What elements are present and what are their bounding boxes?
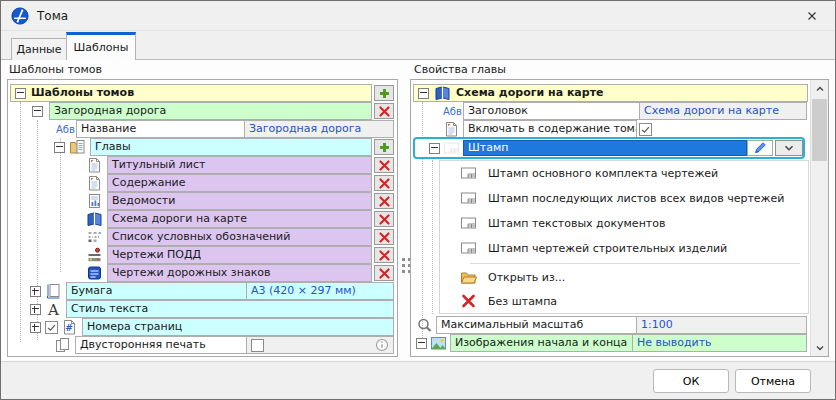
add-chapter-button[interactable] <box>374 139 394 155</box>
tree-row-name[interactable]: Абв Название Загородная дорога <box>8 120 397 138</box>
images-label-cell[interactable]: Изображения начала и конца <box>450 334 633 352</box>
delete-chapter-button[interactable] <box>374 193 394 209</box>
delete-chapter-button[interactable] <box>374 265 394 281</box>
delete-chapter-button[interactable] <box>374 211 394 227</box>
tree-row-chapter-root[interactable]: Схема дороги на карте <box>411 84 828 102</box>
tree-row-text-style[interactable]: Стиль текста <box>8 300 397 318</box>
chapter-cell[interactable]: Ведомости <box>107 192 372 210</box>
stamp-none-item[interactable]: Без штампа <box>440 289 808 313</box>
check-icon <box>46 322 57 333</box>
chapter-cell[interactable]: Содержание <box>107 174 372 192</box>
chapter-label: Чертежи дорожных знаков <box>112 265 271 281</box>
duplex-checkbox[interactable] <box>251 339 264 352</box>
plus-icon <box>378 87 391 100</box>
scrollbar-thumb[interactable] <box>812 99 827 161</box>
root-node-cell[interactable]: Шаблоны томов <box>10 84 372 102</box>
collapse-icon[interactable] <box>429 143 440 154</box>
delete-chapter-button[interactable] <box>374 175 394 191</box>
stamp-option[interactable]: Штамп чертежей строительных изделий <box>440 236 808 260</box>
tree-row-chapter[interactable]: Схема дороги на карте <box>8 210 397 228</box>
abc-text-icon: Абв <box>56 124 76 135</box>
include-label-cell: Включать в содержание тома <box>463 120 637 138</box>
collapse-icon[interactable] <box>15 88 26 99</box>
duplex-label-cell: Двусторонняя печать <box>75 336 247 354</box>
stamp-option[interactable]: Штамп основного комплекта чертежей <box>440 161 808 185</box>
title-value-cell[interactable]: Схема дороги на карте <box>639 102 807 120</box>
tree-row-chapter[interactable]: Чертежи дорожных знаков <box>8 264 397 282</box>
tree-row-max-scale[interactable]: Максимальный масштаб 1:100 <box>411 316 828 334</box>
text-style-cell[interactable]: Стиль текста <box>66 300 394 318</box>
stamp-option[interactable]: Штамп текстовых документов <box>440 211 808 235</box>
chapter-cell[interactable]: Список условных обозначений <box>107 228 372 246</box>
collapse-icon[interactable] <box>54 142 65 153</box>
delete-chapter-button[interactable] <box>374 247 394 263</box>
page-numbers-cell[interactable]: Номера страниц <box>82 318 394 336</box>
paper-label-cell[interactable]: Бумага <box>66 282 247 300</box>
chapter-cell[interactable]: Чертежи ПОДД <box>107 246 372 264</box>
chapter-label: Чертежи ПОДД <box>112 247 201 263</box>
cancel-button[interactable]: Отмена <box>735 369 811 393</box>
road-map-icon <box>434 85 451 101</box>
tree-row-title[interactable]: Абв Заголовок Схема дороги на карте <box>411 102 828 120</box>
contents-page-icon <box>86 175 103 191</box>
tree-row-paper[interactable]: Бумага А3 (420 × 297 мм) <box>8 282 397 300</box>
ok-button[interactable]: ОК <box>653 369 729 393</box>
dialog-footer: ОК Отмена <box>1 361 835 399</box>
tree-row-chapter[interactable]: Содержание <box>8 174 397 192</box>
add-template-button[interactable] <box>374 85 394 101</box>
scroll-down-button[interactable] <box>811 339 828 356</box>
stamp-edit-button[interactable] <box>747 140 773 156</box>
delete-chapter-button[interactable] <box>374 229 394 245</box>
collapse-icon[interactable] <box>418 88 429 99</box>
title-label: Заголовок <box>468 103 528 119</box>
tree-row-include[interactable]: Включать в содержание тома <box>411 120 828 138</box>
chapter-cell[interactable]: Чертежи дорожных знаков <box>107 264 372 282</box>
stamp-row-selected[interactable]: Штамп <box>413 137 805 159</box>
chapter-cell[interactable]: Титульный лист <box>107 156 372 174</box>
expand-icon[interactable] <box>30 322 41 333</box>
collapse-icon[interactable] <box>32 106 43 117</box>
tree-row-template[interactable]: Загородная дорога <box>8 102 397 120</box>
root-node-label: Шаблоны томов <box>31 85 134 101</box>
tree-row-chapter[interactable]: Чертежи ПОДД <box>8 246 397 264</box>
stamp-open-from-item[interactable]: Открыть из... <box>440 265 808 289</box>
chapter-cell[interactable]: Схема дороги на карте <box>107 210 372 228</box>
tree-row-duplex[interactable]: Двусторонняя печать <box>8 336 397 354</box>
expand-icon[interactable] <box>30 286 41 297</box>
chapter-root-cell[interactable]: Схема дороги на карте <box>413 84 808 102</box>
chapter-properties-tree: Схема дороги на карте Абв Заголовок Схем… <box>410 79 829 357</box>
images-value-cell[interactable]: Не выводить <box>632 334 807 352</box>
delete-chapter-button[interactable] <box>374 157 394 173</box>
max-scale-value-cell[interactable]: 1:100 <box>636 316 807 334</box>
tree-row-chapters[interactable]: Главы <box>8 138 397 156</box>
tree-row-chapter[interactable]: Список условных обозначений <box>8 228 397 246</box>
chapters-node-cell[interactable]: Главы <box>90 138 372 156</box>
tab-templates[interactable]: Шаблоны <box>66 32 136 60</box>
include-checkbox[interactable] <box>639 123 652 136</box>
stamp-dropdown-button[interactable] <box>775 140 803 156</box>
tree-row-chapter[interactable]: Ведомости <box>8 192 397 210</box>
chapters-label: Главы <box>95 139 131 155</box>
paper-label: Бумага <box>71 283 113 299</box>
paper-value-cell[interactable]: А3 (420 × 297 мм) <box>246 282 394 300</box>
tree-row-chapter[interactable]: Титульный лист <box>8 156 397 174</box>
info-icon[interactable] <box>375 338 389 352</box>
vertical-scrollbar[interactable] <box>810 80 828 356</box>
tree-row-images[interactable]: Изображения начала и конца Не выводить <box>411 334 828 352</box>
scroll-up-button[interactable] <box>811 80 828 97</box>
abc-text-icon: Абв <box>443 106 463 117</box>
template-node-cell[interactable]: Загородная дорога <box>49 102 372 120</box>
close-button[interactable] <box>799 4 825 28</box>
stamp-option[interactable]: Штамп последующих листов всех видов черт… <box>440 186 808 210</box>
stamp-node-cell[interactable]: Штамп <box>463 140 747 156</box>
expand-icon[interactable] <box>30 304 41 315</box>
name-value-cell[interactable]: Загородная дорога <box>244 120 394 138</box>
delete-template-button[interactable] <box>374 103 394 119</box>
tab-data[interactable]: Данные <box>11 38 67 60</box>
name-label: Название <box>81 121 136 137</box>
template-node-label: Загородная дорога <box>54 103 166 119</box>
page-numbers-checkbox[interactable] <box>45 321 58 334</box>
tree-row-root[interactable]: Шаблоны томов <box>8 84 397 102</box>
collapse-icon[interactable] <box>416 338 427 349</box>
tree-row-page-numbers[interactable]: Номера страниц <box>8 318 397 336</box>
